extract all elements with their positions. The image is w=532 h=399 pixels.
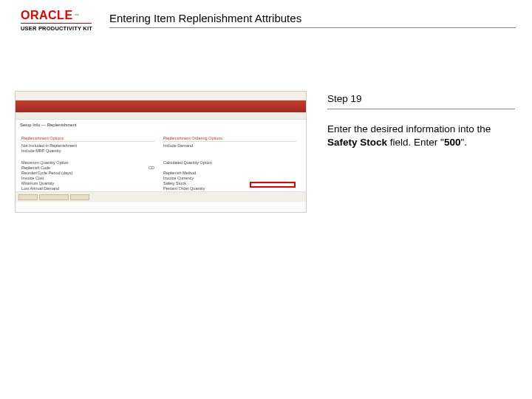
thumb-brandbar bbox=[16, 100, 306, 112]
instruction-value: 500 bbox=[444, 137, 461, 148]
thumb-label: Not Included in Replenishment bbox=[21, 143, 77, 148]
step-instruction: Enter the desired information into the S… bbox=[327, 123, 512, 149]
step-number: Step 19 bbox=[327, 92, 515, 109]
thumb-label bbox=[163, 166, 165, 170]
instruction-field-name: Safety Stock bbox=[327, 137, 387, 148]
thumb-label: Reorder/Cycle Period (days) bbox=[21, 171, 72, 175]
thumb-label bbox=[163, 149, 165, 153]
thumb-section-ordering: Replenishment Ordering Options bbox=[163, 136, 296, 142]
thumb-section-replenishment: Replenishment Options bbox=[21, 136, 154, 142]
thumb-return-button bbox=[39, 194, 69, 200]
thumb-footer bbox=[16, 191, 306, 202]
screenshot-thumbnail: Setup Info — Replenishment Replenishment… bbox=[15, 91, 307, 213]
thumb-label: Replenish Method bbox=[163, 171, 196, 175]
highlight-rectangle bbox=[250, 182, 296, 188]
logo-divider bbox=[21, 23, 92, 24]
thumb-label: Include Demand bbox=[163, 143, 193, 148]
instruction-post: ". bbox=[460, 137, 467, 148]
thumb-label: Percent Order Quantity bbox=[163, 186, 205, 191]
brand-logo: ORACLE ™ USER PRODUCTIVITY KIT bbox=[21, 9, 109, 32]
thumb-breadcrumb-bar bbox=[16, 92, 306, 100]
thumb-subnav bbox=[16, 112, 306, 120]
thumb-help-button bbox=[70, 194, 89, 200]
instruction-mid: field. Enter " bbox=[387, 137, 444, 148]
thumb-label: Invoice Currency bbox=[163, 176, 194, 180]
thumb-label: Invoice Cost bbox=[21, 176, 44, 180]
thumb-save-button bbox=[18, 194, 38, 200]
instruction-pre: Enter the desired information into the bbox=[327, 123, 491, 134]
thumb-label-safety-stock: Safety Stock bbox=[163, 181, 186, 185]
page-title: Entering Item Replenishment Attributes bbox=[109, 4, 516, 28]
logo-subtext: USER PRODUCTIVITY KIT bbox=[21, 25, 109, 32]
thumb-form-title: Setup Info — Replenishment bbox=[20, 123, 77, 127]
thumb-label: Minimum Quantity bbox=[21, 181, 54, 185]
thumb-label: Replenish Code bbox=[21, 166, 50, 170]
logo-brand-text: ORACLE bbox=[21, 9, 73, 22]
thumb-value: CD bbox=[149, 166, 154, 170]
thumb-label: Calculated Quantity Option bbox=[163, 160, 212, 165]
thumb-label: Lost Annual Demand bbox=[21, 186, 59, 191]
thumb-label: Include MRP Quantity bbox=[21, 149, 61, 153]
thumb-label: Maximum Quantity Option bbox=[21, 160, 69, 165]
trademark: ™ bbox=[75, 13, 81, 18]
